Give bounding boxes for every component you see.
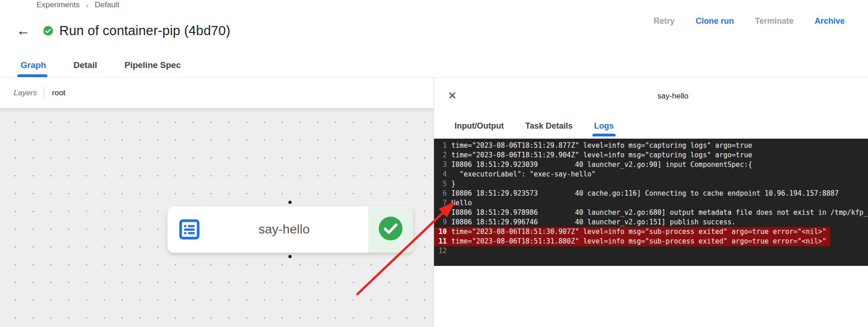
log-line-7: 7Hello — [434, 198, 868, 208]
log-line-2: 2time="2023-08-06T18:51:29.904Z" level=i… — [434, 151, 868, 160]
kubeflow-run-page: Experiments › Default ← Run of container… — [0, 0, 868, 327]
log-line-9: 9I0806 18:51:29.996746 40 launcher_v2.go… — [434, 218, 868, 227]
log-line-text: I0806 18:51:29.996746 40 launcher_v2.go:… — [451, 218, 736, 227]
node-input-anchor — [288, 201, 292, 204]
tab-pipeline-spec[interactable]: Pipeline Spec — [125, 60, 181, 77]
log-line-1: 1time="2023-08-06T18:51:29.877Z" level=i… — [434, 141, 868, 151]
log-viewer[interactable]: 1time="2023-08-06T18:51:29.877Z" level=i… — [434, 139, 868, 266]
log-line-number: 11 — [434, 237, 447, 246]
graph-pane: Layers root — [0, 78, 434, 327]
log-line-3: 3I0806 18:51:29.923039 40 launcher_v2.go… — [434, 160, 868, 170]
main-tabs: Graph Detail Pipeline Spec — [21, 60, 181, 77]
log-line-4: 4 "executorLabel": "exec-say-hello" — [434, 170, 868, 179]
log-line-12: 12 — [434, 246, 868, 256]
node-success-check-icon — [378, 216, 403, 243]
log-line-number: 2 — [434, 151, 447, 160]
log-line-number: 6 — [434, 189, 447, 198]
tab-input-output[interactable]: Input/Output — [455, 121, 504, 136]
task-list-icon — [179, 219, 200, 240]
pipeline-graph-canvas[interactable]: say-hello — [0, 109, 434, 327]
log-line-text: time="2023-08-06T18:51:31.880Z" level=in… — [451, 237, 826, 246]
log-line-text: } — [451, 179, 455, 189]
log-line-10: 10time="2023-08-06T18:51:30.907Z" level=… — [434, 227, 830, 237]
retry-button[interactable]: Retry — [654, 16, 675, 26]
log-line-number: 8 — [434, 208, 447, 218]
task-details-panel: ✕ say-hello Input/Output Task Details Lo… — [434, 78, 868, 327]
log-line-number: 10 — [434, 227, 447, 237]
log-line-number: 1 — [434, 141, 447, 151]
page-body: Layers root — [0, 78, 868, 327]
log-line-text: time="2023-08-06T18:51:30.907Z" level=in… — [451, 227, 826, 237]
tab-task-details[interactable]: Task Details — [525, 121, 573, 136]
tab-graph[interactable]: Graph — [21, 60, 46, 77]
breadcrumb-default[interactable]: Default — [94, 0, 119, 10]
tab-detail[interactable]: Detail — [73, 60, 97, 77]
breadcrumb: Experiments › Default — [37, 0, 119, 10]
panel-tabs: Input/Output Task Details Logs — [455, 121, 614, 136]
log-line-text: I0806 18:51:29.923573 40 cache.go:116] C… — [451, 189, 839, 198]
log-line-text: I0806 18:51:29.923039 40 launcher_v2.go:… — [451, 160, 752, 170]
log-line-text: I0806 18:51:29.978986 40 launcher_v2.go:… — [451, 208, 868, 218]
tab-logs[interactable]: Logs — [594, 121, 614, 136]
page-title: Run of container-pip (4bd70) — [59, 23, 230, 38]
log-line-text: time="2023-08-06T18:51:29.904Z" level=in… — [451, 151, 752, 160]
layers-divider — [44, 87, 44, 99]
title-row: ← Run of container-pip (4bd70) — [16, 22, 230, 39]
layers-root-crumb[interactable]: root — [52, 88, 65, 98]
breadcrumb-experiments[interactable]: Experiments — [37, 0, 79, 10]
run-header: Experiments › Default ← Run of container… — [0, 0, 868, 78]
log-line-8: 8I0806 18:51:29.978986 40 launcher_v2.go… — [434, 208, 868, 218]
log-lines: 1time="2023-08-06T18:51:29.877Z" level=i… — [434, 141, 868, 256]
node-status-area — [368, 206, 413, 253]
back-arrow-icon[interactable]: ← — [16, 24, 30, 37]
chevron-right-icon: › — [86, 1, 88, 9]
node-label: say-hello — [200, 222, 368, 237]
log-line-6: 6I0806 18:51:29.923573 40 cache.go:116] … — [434, 189, 868, 198]
log-line-11: 11time="2023-08-06T18:51:31.880Z" level=… — [434, 237, 830, 246]
log-line-number: 4 — [434, 170, 447, 179]
layers-label: Layers — [14, 88, 37, 98]
log-line-number: 7 — [434, 198, 447, 208]
run-success-icon — [43, 26, 53, 36]
panel-title: say-hello — [434, 92, 868, 101]
clone-run-button[interactable]: Clone run — [695, 16, 734, 26]
log-line-number: 9 — [434, 218, 447, 227]
log-line-text: Hello — [451, 198, 472, 208]
log-line-5: 5} — [434, 179, 868, 189]
run-actions: Retry Clone run Terminate Archive — [654, 16, 845, 26]
log-line-number: 5 — [434, 179, 447, 189]
log-line-number: 12 — [434, 246, 447, 256]
log-line-number: 3 — [434, 160, 447, 170]
log-line-text: "executorLabel": "exec-say-hello" — [451, 170, 596, 179]
log-line-text: time="2023-08-06T18:51:29.877Z" level=in… — [451, 141, 752, 151]
layers-bar: Layers root — [0, 78, 434, 109]
node-say-hello[interactable]: say-hello — [167, 206, 413, 253]
node-output-anchor — [288, 255, 292, 258]
archive-button[interactable]: Archive — [815, 16, 845, 26]
terminate-button[interactable]: Terminate — [755, 16, 794, 26]
